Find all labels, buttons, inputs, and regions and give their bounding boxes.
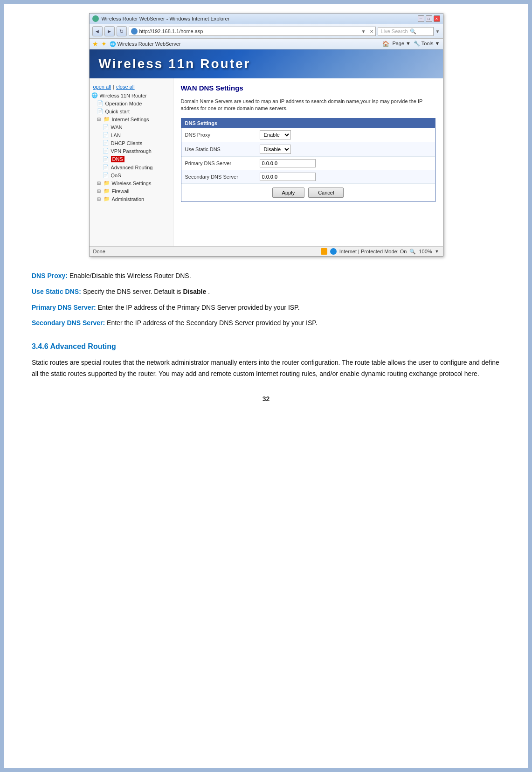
- sidebar-item-internet-settings[interactable]: ⊟ 📁 Internet Settings: [90, 115, 173, 123]
- zoom-dropdown[interactable]: ▼: [435, 249, 439, 254]
- router-body: open all | close all 🌐 Wireless 11N Rout…: [90, 78, 443, 246]
- page-number: 32: [32, 394, 500, 405]
- apply-button[interactable]: Apply: [272, 188, 305, 198]
- file-icon-vpn: 📄: [103, 148, 109, 154]
- primary-dns-label: Primary DNS Server: [181, 156, 256, 170]
- primary-dns-input[interactable]: [260, 159, 316, 167]
- section-346: 3.4.6 Advanced Routing Static routes are…: [32, 340, 500, 380]
- zoom-text: 100%: [419, 249, 432, 254]
- doc-text-use-static: Specify the DNS server. Default is: [83, 288, 183, 295]
- doc-text-disable-bold: Disable: [183, 288, 206, 295]
- sidebar: open all | close all 🌐 Wireless 11N Rout…: [90, 78, 173, 246]
- sidebar-vpn-label: VPN Passthrough: [111, 148, 152, 154]
- forward-button[interactable]: ►: [104, 26, 115, 36]
- table-row-use-static-dns: Use Static DNS Enable Disable: [181, 142, 435, 156]
- table-row-secondary-dns: Secondary DNS Server: [181, 170, 435, 183]
- browser-window: Wireless Router WebServer - Windows Inte…: [89, 13, 443, 257]
- doc-label-use-static: Use Static DNS:: [32, 288, 81, 295]
- bookmark-router[interactable]: 🌐 Wireless Router WebServer: [110, 41, 181, 47]
- sidebar-firewall-label: Firewall: [112, 188, 130, 194]
- sidebar-lan-label: LAN: [111, 132, 121, 138]
- file-icon-qos: 📄: [103, 172, 109, 178]
- dns-proxy-label: DNS Proxy: [181, 128, 256, 142]
- doc-text-primary-dns: Enter the IP address of the Primary DNS …: [98, 304, 300, 311]
- protected-mode-text: Internet | Protected Mode: On: [339, 249, 407, 254]
- sidebar-item-vpn[interactable]: 📄 VPN Passthrough: [90, 147, 173, 155]
- sidebar-item-lan[interactable]: 📄 LAN: [90, 131, 173, 139]
- address-bar[interactable]: http://192.168.1.1/home.asp ▼ ✕: [129, 27, 376, 36]
- sidebar-item-advanced-routing[interactable]: 📄 Advanced Routing: [90, 163, 173, 171]
- cancel-button[interactable]: Cancel: [308, 188, 344, 198]
- favorites-star[interactable]: ★: [92, 40, 98, 48]
- folder-icon-firewall: 📁: [104, 188, 110, 194]
- sidebar-operation-mode-label: Operation Mode: [105, 101, 142, 106]
- sidebar-router-label: Wireless 11N Router: [100, 93, 147, 98]
- page-title: WAN DNS Settings: [181, 84, 435, 94]
- close-all-link[interactable]: close all: [116, 84, 135, 90]
- doc-label-secondary-dns: Secondary DNS Server:: [32, 319, 105, 327]
- bookmark-router-icon: 🌐: [110, 41, 116, 47]
- open-all-link[interactable]: open all: [93, 84, 111, 90]
- sidebar-item-firewall[interactable]: ⊞ 📁 Firewall: [90, 187, 173, 195]
- doc-label-primary-dns: Primary DNS Server:: [32, 304, 96, 311]
- bookmarks-bar: ★ ✦ 🌐 Wireless Router WebServer 🏠 Page ▼…: [90, 39, 443, 49]
- status-text: Done: [93, 249, 105, 254]
- router-content: Wireless 11n Router open all | close all…: [90, 49, 443, 256]
- document-area: DNS Proxy: Enable/Disable this Wireless …: [13, 266, 519, 410]
- zoom-level: 🔍: [409, 249, 416, 255]
- file-icon-adv: 📄: [103, 164, 109, 170]
- browser-title-text: Wireless Router WebServer - Windows Inte…: [102, 16, 230, 21]
- doc-label-dns-proxy: DNS Proxy:: [32, 272, 68, 279]
- expand-icon-admin: ⊞: [97, 196, 101, 202]
- close-button[interactable]: ✕: [434, 15, 440, 22]
- search-icon: 🔍: [410, 28, 416, 35]
- sidebar-item-administration[interactable]: ⊞ 📁 Administration: [90, 195, 173, 203]
- back-button[interactable]: ◄: [92, 26, 103, 36]
- doc-text-secondary-dns: Enter the IP address of the Secondary DN…: [107, 319, 318, 327]
- secondary-dns-label: Secondary DNS Server: [181, 170, 256, 183]
- sidebar-item-operation-mode[interactable]: 📄 Operation Mode: [90, 99, 173, 107]
- sidebar-item-quick-start[interactable]: 📄 Quick start: [90, 107, 173, 115]
- sidebar-item-wireless-settings[interactable]: ⊞ 📁 Wireless Settings: [90, 179, 173, 187]
- search-dropdown[interactable]: ▼: [435, 29, 440, 34]
- live-search-box[interactable]: Live Search 🔍: [378, 27, 434, 36]
- status-right: Internet | Protected Mode: On 🔍 100% ▼: [321, 248, 439, 255]
- sidebar-item-router[interactable]: 🌐 Wireless 11N Router: [90, 91, 173, 99]
- sidebar-open-close: open all | close all: [90, 82, 173, 91]
- ie-icon: [330, 248, 337, 255]
- router-header: Wireless 11n Router: [90, 49, 443, 78]
- sidebar-wan-label: WAN: [111, 125, 123, 130]
- address-dropdown[interactable]: ▼: [361, 29, 368, 34]
- add-favorites[interactable]: ✦: [101, 40, 107, 48]
- doc-paragraph-secondary-dns: Secondary DNS Server: Enter the IP addre…: [32, 318, 500, 329]
- refresh-x-icon[interactable]: ✕: [370, 29, 373, 34]
- folder-icon-wireless: 📁: [104, 180, 110, 186]
- sidebar-item-qos[interactable]: 📄 QoS: [90, 171, 173, 179]
- browser-favicon: [92, 15, 99, 22]
- bookmark-router-label: Wireless Router WebServer: [117, 41, 181, 47]
- dns-proxy-select[interactable]: Enable Disable: [260, 130, 291, 139]
- use-static-dns-label: Use Static DNS: [181, 142, 256, 156]
- expand-icon-internet: ⊟: [97, 117, 101, 122]
- sidebar-item-dhcp[interactable]: 📄 DHCP Clients: [90, 139, 173, 147]
- maximize-button[interactable]: □: [426, 15, 432, 22]
- sidebar-wireless-label: Wireless Settings: [112, 181, 152, 186]
- folder-icon-admin: 📁: [104, 196, 110, 202]
- sidebar-item-dns[interactable]: 📄 DNS: [90, 155, 173, 163]
- sidebar-dhcp-label: DHCP Clients: [111, 140, 143, 146]
- secondary-dns-input[interactable]: [260, 173, 316, 181]
- dns-form-table: DNS Proxy Enable Disable Use Static DNS: [181, 128, 435, 184]
- file-icon-dhcp: 📄: [103, 140, 109, 146]
- sidebar-item-wan[interactable]: 📄 WAN: [90, 123, 173, 131]
- minimize-button[interactable]: ─: [418, 15, 424, 22]
- table-row-dns-proxy: DNS Proxy Enable Disable: [181, 128, 435, 142]
- use-static-dns-select[interactable]: Enable Disable: [260, 145, 291, 154]
- home-icon[interactable]: 🏠: [382, 41, 389, 47]
- tools-dropdown[interactable]: 🔧 Tools ▼: [414, 41, 440, 47]
- address-favicon: [131, 28, 138, 35]
- section-346-heading: 3.4.6 Advanced Routing: [32, 340, 500, 353]
- expand-icon-wireless: ⊞: [97, 181, 101, 186]
- page-dropdown[interactable]: Page ▼: [392, 41, 411, 47]
- file-icon-2: 📄: [97, 108, 104, 114]
- refresh-button[interactable]: ↻: [117, 26, 127, 36]
